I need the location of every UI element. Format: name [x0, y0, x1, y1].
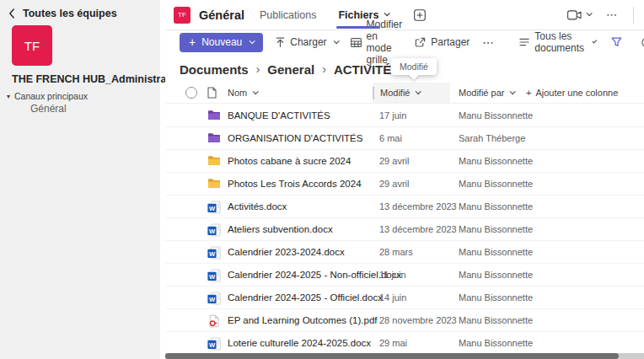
info-icon[interactable]: [638, 37, 644, 48]
file-modified-by: Manu Bissonnette: [459, 224, 533, 234]
file-name[interactable]: BANQUE D'ACTIVITÉS: [228, 110, 330, 121]
file-name[interactable]: ORGANISATION D'ACTIVITÉS: [228, 133, 362, 143]
svg-text:W: W: [209, 228, 216, 235]
table-header: Nom Modifié Modifié par + Ajouter une co…: [165, 83, 644, 104]
list-lines-icon: [519, 38, 529, 46]
table-row[interactable]: Photos cabane à sucre 2024 29 avril Manu…: [165, 150, 644, 173]
folder-purple-icon: [207, 132, 221, 146]
chevron-down-icon: [384, 10, 390, 16]
svg-text:W: W: [209, 250, 216, 258]
file-modified-date: 14 juin: [379, 292, 406, 303]
back-label: Toutes les équipes: [23, 8, 117, 19]
file-modified-date: 29 mai: [379, 338, 407, 348]
view-selector[interactable]: Tous les documents: [519, 30, 595, 54]
column-header-modified[interactable]: Modifié: [373, 83, 450, 103]
table-row[interactable]: W Ateliers subvention.docx 13 décembre 2…: [165, 218, 644, 241]
table-row[interactable]: W Activités.docx 13 décembre 2023 Manu B…: [165, 196, 644, 218]
file-name[interactable]: Calendrier 2023-2024.docx: [228, 247, 345, 257]
toolbar-more-icon[interactable]: ⋯: [482, 35, 494, 49]
file-modified-date: 17 juin: [379, 110, 406, 121]
table-row[interactable]: Photos Les Trois Accords 2024 29 avril M…: [165, 173, 644, 196]
svg-text:W: W: [209, 273, 216, 281]
grid-icon: [351, 38, 362, 47]
file-name[interactable]: EP and Learning Outcomes (1).pdf: [228, 315, 378, 325]
table-row[interactable]: W Calendrier 2023-2024.docx 28 mars Manu…: [165, 241, 644, 264]
channels-section-label: Canaux principaux: [14, 91, 88, 101]
column-header-name[interactable]: Nom: [228, 83, 257, 103]
file-name[interactable]: Loterie culturelle 2024-2025.docx: [228, 338, 371, 348]
column-header-modified-by[interactable]: Modifié par: [459, 83, 514, 103]
column-resize-handle[interactable]: [373, 87, 374, 99]
pdf-icon: [207, 314, 221, 328]
header-divider: [633, 7, 634, 24]
chevron-left-icon: [8, 8, 15, 19]
file-modified-date: 28 mars: [379, 247, 413, 257]
svg-text:W: W: [209, 205, 216, 212]
file-name[interactable]: Activités.docx: [228, 201, 287, 212]
file-modified-by: Manu Bissonnette: [459, 338, 533, 348]
header-more-icon[interactable]: ⋯: [603, 8, 621, 21]
channel-main-panel: TF Général Publications Fichiers ⋯: [165, 0, 644, 359]
file-modified-by: Manu Bissonnette: [459, 179, 533, 189]
file-modified-by: Manu Bissonnette: [459, 110, 533, 121]
file-name[interactable]: Photos Les Trois Accords 2024: [228, 179, 362, 189]
tab-fichiers[interactable]: Fichiers: [338, 9, 389, 21]
plus-icon: +: [526, 88, 531, 98]
chevron-expanded-icon: ▾: [7, 93, 10, 100]
file-modified-date: 29 avril: [379, 156, 409, 166]
word-icon: W: [207, 337, 221, 351]
file-modified-date: 11 juin: [379, 270, 406, 280]
file-name[interactable]: Ateliers subvention.docx: [228, 224, 333, 234]
team-name: THE FRENCH HUB_Administration: [12, 73, 185, 85]
share-button[interactable]: Partager: [415, 36, 470, 48]
horizontal-scrollbar-thumb[interactable]: [165, 353, 619, 359]
breadcrumb-separator: ›: [256, 62, 260, 76]
folder-yellow-icon: [207, 155, 221, 169]
file-name[interactable]: Calendrier 2024-2025 - Non-officiel.docx: [228, 270, 401, 280]
select-all-checkbox[interactable]: [185, 87, 197, 99]
tab-publications[interactable]: Publications: [260, 9, 316, 21]
chevron-down-icon: [333, 38, 339, 44]
chevron-down-icon: [510, 88, 516, 94]
video-camera-icon: [567, 10, 582, 20]
table-row[interactable]: EP and Learning Outcomes (1).pdf 28 nove…: [165, 309, 644, 332]
breadcrumb-general[interactable]: General: [267, 62, 314, 77]
table-row[interactable]: W Loterie culturelle 2024-2025.docx 29 m…: [165, 332, 644, 355]
plus-icon: +: [189, 35, 196, 49]
file-modified-by: Manu Bissonnette: [459, 247, 533, 257]
word-icon: W: [207, 223, 221, 237]
svg-text:W: W: [209, 341, 216, 349]
channel-title: Général: [199, 8, 244, 22]
file-modified-date: 28 novembre 2023: [379, 315, 457, 325]
breadcrumb-documents[interactable]: Documents: [180, 62, 249, 77]
file-name[interactable]: Calendrier 2024-2025 - Officiel.docx: [228, 292, 383, 303]
channels-section-toggle[interactable]: ▾ Canaux principaux: [7, 91, 88, 101]
document-icon: [207, 87, 217, 99]
file-modified-date: 13 décembre 2023: [379, 224, 457, 234]
meet-button[interactable]: [564, 10, 594, 20]
word-icon: W: [207, 292, 221, 305]
team-avatar[interactable]: TF: [12, 25, 52, 66]
file-modified-by: Manu Bissonnette: [459, 270, 533, 280]
horizontal-scrollbar-track[interactable]: [165, 353, 644, 359]
word-icon: W: [207, 246, 221, 260]
word-icon: W: [207, 269, 221, 282]
add-tab-button[interactable]: [411, 9, 429, 21]
breadcrumb-activites[interactable]: ACTIVITÉS: [334, 62, 400, 77]
file-name[interactable]: Photos cabane à sucre 2024: [228, 156, 351, 166]
table-row[interactable]: W Calendrier 2024-2025 - Officiel.docx 1…: [165, 287, 644, 309]
files-toolbar: + Nouveau Charger Modifier en mode grill…: [165, 30, 644, 54]
add-column-button[interactable]: + Ajouter une colonne: [526, 83, 618, 103]
back-to-all-teams[interactable]: Toutes les équipes: [8, 8, 117, 19]
table-row[interactable]: W Calendrier 2024-2025 - Non-officiel.do…: [165, 264, 644, 287]
sidebar-channel-general[interactable]: Général: [30, 103, 67, 115]
filter-icon[interactable]: [608, 37, 625, 47]
folder-yellow-icon: [207, 178, 221, 191]
column-header-type[interactable]: [207, 83, 217, 103]
chevron-down-icon: [592, 38, 597, 43]
share-icon: [415, 37, 426, 47]
table-row[interactable]: BANQUE D'ACTIVITÉS 17 juin Manu Bissonne…: [165, 104, 644, 127]
table-row[interactable]: ORGANISATION D'ACTIVITÉS 6 mai Sarah Thé…: [165, 127, 644, 150]
upload-button[interactable]: Charger: [276, 36, 337, 48]
new-button[interactable]: + Nouveau: [180, 33, 263, 52]
